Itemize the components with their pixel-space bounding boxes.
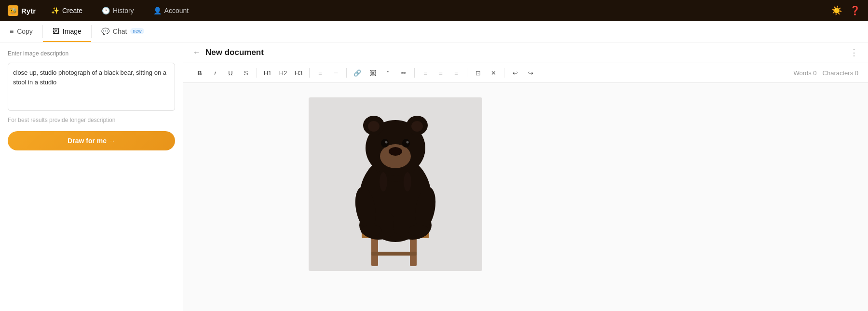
generated-bear-image bbox=[309, 97, 482, 271]
chat-tab-icon: 💬 bbox=[101, 27, 109, 35]
align-right-button[interactable]: ≡ bbox=[449, 66, 463, 80]
toolbar-stats: Words 0 Characters 0 bbox=[793, 69, 858, 77]
tab-image[interactable]: 🖼 Image bbox=[43, 21, 91, 42]
italic-button[interactable]: i bbox=[208, 66, 222, 80]
toolbar-sep-4 bbox=[414, 68, 415, 78]
account-icon: 👤 bbox=[153, 7, 162, 14]
back-arrow-icon[interactable]: ← bbox=[193, 48, 201, 57]
more-options-icon[interactable]: ⋮ bbox=[850, 47, 858, 58]
blockquote-button[interactable]: " bbox=[381, 66, 395, 80]
nav-item-create[interactable]: ✨ Create bbox=[47, 5, 86, 16]
logo-icon: 🐝 bbox=[8, 5, 18, 16]
h3-button[interactable]: H3 bbox=[292, 66, 305, 80]
underline-button[interactable]: U bbox=[224, 66, 237, 80]
copy-tab-icon: ≡ bbox=[10, 27, 14, 35]
help-icon[interactable]: ❓ bbox=[850, 5, 860, 16]
nav-history-label: History bbox=[113, 7, 134, 14]
tab-copy[interactable]: ≡ Copy bbox=[0, 21, 42, 42]
nav-item-history[interactable]: 🕐 History bbox=[98, 5, 138, 16]
nav-account-label: Account bbox=[164, 7, 189, 14]
image-tab-icon: 🖼 bbox=[53, 27, 59, 35]
logo[interactable]: 🐝 Rytr bbox=[8, 5, 36, 16]
highlight-button[interactable]: ✏ bbox=[397, 66, 410, 80]
right-panel: ← New document ⋮ B i U S H1 H2 H3 ≡ ≣ 🔗 … bbox=[183, 42, 868, 311]
theme-toggle-icon[interactable]: ☀️ bbox=[831, 5, 842, 16]
align-left-button[interactable]: ≡ bbox=[419, 66, 432, 80]
editor-toolbar: B i U S H1 H2 H3 ≡ ≣ 🔗 🖼 " ✏ ≡ ≡ ≡ ⊡ ✕ ↩… bbox=[183, 63, 868, 83]
tab-copy-label: Copy bbox=[17, 27, 33, 35]
link-button[interactable]: 🔗 bbox=[351, 66, 364, 80]
word-count: Words 0 bbox=[793, 69, 816, 77]
svg-point-11 bbox=[408, 225, 429, 236]
unordered-list-button[interactable]: ≡ bbox=[313, 66, 327, 80]
image-description-input[interactable]: close up, studio photograph of a black b… bbox=[8, 63, 175, 111]
tab-image-label: Image bbox=[63, 27, 81, 35]
logo-text: Rytr bbox=[21, 7, 36, 15]
ordered-list-button[interactable]: ≣ bbox=[329, 66, 342, 80]
image-desc-label: Enter image description bbox=[8, 50, 175, 57]
svg-point-24 bbox=[380, 172, 387, 191]
create-icon: ✨ bbox=[51, 7, 59, 14]
svg-point-16 bbox=[368, 121, 380, 132]
undo-button[interactable]: ↩ bbox=[508, 66, 522, 80]
top-navigation: 🐝 Rytr ✨ Create 🕐 History 👤 Account ☀️ ❓ bbox=[0, 0, 868, 21]
editor-area[interactable] bbox=[183, 83, 868, 311]
nav-right-actions: ☀️ ❓ bbox=[831, 5, 860, 16]
svg-point-25 bbox=[404, 172, 411, 191]
bear-svg bbox=[309, 97, 482, 271]
nav-item-account[interactable]: 👤 Account bbox=[149, 5, 193, 16]
editor-content bbox=[309, 97, 743, 297]
svg-point-20 bbox=[381, 139, 389, 148]
draw-for-me-button[interactable]: Draw for me → bbox=[8, 131, 175, 150]
document-title: New document bbox=[205, 48, 845, 57]
svg-point-22 bbox=[385, 141, 388, 144]
svg-point-23 bbox=[407, 141, 409, 144]
tab-chat[interactable]: 💬 Chat new bbox=[92, 21, 154, 42]
clear-format-button[interactable]: ✕ bbox=[487, 66, 500, 80]
h2-button[interactable]: H2 bbox=[276, 66, 290, 80]
bold-button[interactable]: B bbox=[193, 66, 206, 80]
strikethrough-button[interactable]: S bbox=[239, 66, 253, 80]
hint-text: For best results provide longer descript… bbox=[8, 117, 175, 123]
h1-button[interactable]: H1 bbox=[261, 66, 274, 80]
align-center-button[interactable]: ≡ bbox=[434, 66, 448, 80]
tab-chat-label: Chat bbox=[113, 27, 127, 35]
nav-create-label: Create bbox=[62, 7, 82, 14]
sub-navigation: ≡ Copy 🖼 Image 💬 Chat new bbox=[0, 21, 868, 42]
toolbar-sep-2 bbox=[309, 68, 310, 78]
svg-point-17 bbox=[411, 121, 423, 132]
toolbar-sep-3 bbox=[346, 68, 347, 78]
svg-point-10 bbox=[361, 225, 382, 236]
svg-rect-3 bbox=[371, 252, 417, 256]
document-header: ← New document ⋮ bbox=[183, 42, 868, 63]
char-count: Characters 0 bbox=[823, 69, 858, 77]
toolbar-sep-1 bbox=[257, 68, 257, 78]
left-panel: Enter image description close up, studio… bbox=[0, 42, 183, 311]
table-button[interactable]: ⊡ bbox=[471, 66, 485, 80]
redo-button[interactable]: ↪ bbox=[524, 66, 537, 80]
svg-point-21 bbox=[402, 139, 410, 148]
image-button[interactable]: 🖼 bbox=[366, 66, 380, 80]
svg-point-19 bbox=[389, 147, 402, 156]
main-layout: Enter image description close up, studio… bbox=[0, 42, 868, 311]
history-icon: 🕐 bbox=[102, 7, 110, 14]
chat-new-badge: new bbox=[130, 28, 144, 34]
toolbar-sep-6 bbox=[504, 68, 504, 78]
toolbar-sep-5 bbox=[467, 68, 467, 78]
